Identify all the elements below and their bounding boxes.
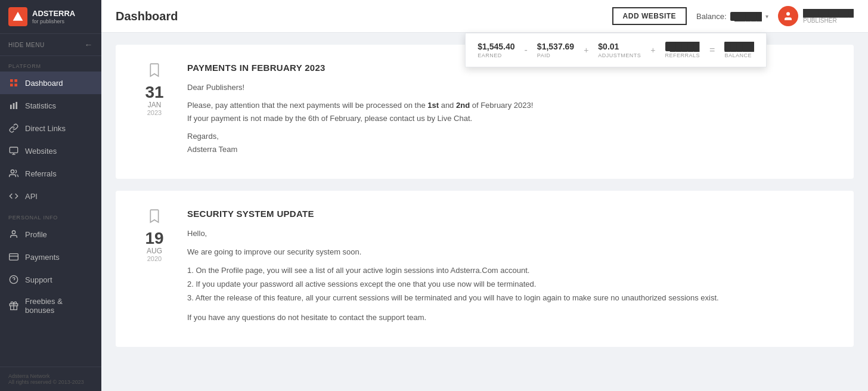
- sidebar-item-referrals-label: Referrals: [25, 169, 57, 178]
- users-icon: [8, 168, 19, 179]
- bal-sep-1: -: [525, 45, 528, 55]
- news-year-1: 2023: [147, 109, 162, 116]
- add-website-button[interactable]: ADD WEBSITE: [612, 7, 687, 25]
- news-body-1: PAYMENTS IN FEBRUARY 2023 Dear Publisher…: [187, 63, 830, 161]
- svg-point-11: [11, 170, 14, 173]
- user-icon: [8, 229, 19, 240]
- svg-rect-8: [10, 147, 17, 153]
- user-role: PUBLISHER: [803, 17, 854, 24]
- sidebar-item-freebies[interactable]: Freebies & bonuses: [0, 291, 101, 321]
- news-title-2: SECURITY SYSTEM UPDATE: [187, 209, 830, 219]
- sidebar-item-direct-links-label: Direct Links: [25, 124, 66, 133]
- balance-caret-icon: ▾: [765, 13, 768, 20]
- bal-balance-label: BALANCE: [724, 52, 752, 58]
- news-month-2: AUG: [147, 247, 162, 255]
- help-circle-icon: [8, 274, 19, 285]
- sidebar-item-api-label: API: [25, 192, 38, 201]
- sidebar-item-dashboard[interactable]: Dashboard: [0, 72, 101, 94]
- sidebar-item-statistics-label: Statistics: [25, 101, 56, 110]
- balance-section[interactable]: Balance: $█████ ▾: [696, 12, 768, 21]
- news-list-item-2-2: 2. If you update your password all activ…: [187, 277, 830, 291]
- svg-rect-13: [10, 254, 18, 260]
- sidebar-footer: Adsterra Network All rights reserved © 2…: [0, 367, 101, 391]
- svg-point-12: [12, 231, 15, 234]
- sidebar-item-api[interactable]: API: [0, 185, 101, 207]
- bal-plus-2: +: [650, 45, 655, 55]
- sidebar-item-websites-label: Websites: [25, 147, 57, 156]
- news-p-1-1: Please, pay attention that the next paym…: [187, 99, 830, 125]
- sidebar-item-support[interactable]: Support: [0, 268, 101, 291]
- user-name: ██████████: [803, 9, 854, 17]
- bookmark-icon-1: [148, 63, 160, 80]
- sidebar-item-freebies-label: Freebies & bonuses: [25, 297, 93, 315]
- bal-adj-label: ADJUSTMENTS: [598, 52, 641, 58]
- sidebar-item-profile[interactable]: Profile: [0, 223, 101, 246]
- header-right: ADD WEBSITE Balance: $█████ ▾ $1,545.40 …: [612, 6, 854, 26]
- news-p-1-0: Dear Publishers!: [187, 81, 830, 94]
- logo-title: ADSTERRA: [32, 9, 75, 18]
- news-card-2: 19 AUG 2020 SECURITY SYSTEM UPDATE Hello…: [116, 191, 854, 346]
- news-day-2: 19: [145, 230, 163, 247]
- news-list-item-2-3: 3. After the release of this feature, al…: [187, 291, 830, 305]
- bal-balance: █████ BALANCE: [724, 42, 754, 58]
- link-icon: [8, 123, 19, 134]
- bal-ref-label: REFERRALS: [665, 52, 700, 58]
- sidebar-item-payments[interactable]: Payments: [0, 246, 101, 268]
- hide-menu[interactable]: HIDE MENU ←: [0, 34, 101, 56]
- main-area: Dashboard ADD WEBSITE Balance: $█████ ▾ …: [101, 0, 868, 391]
- svg-rect-2: [14, 79, 17, 82]
- avatar: [778, 6, 798, 26]
- bal-paid-value: $1,537.69: [537, 42, 574, 51]
- bal-adjustments: $0.01 ADJUSTMENTS: [598, 42, 641, 58]
- content-area: 31 JAN 2023 PAYMENTS IN FEBRUARY 2023 De…: [101, 33, 868, 391]
- news-list-2: 1. On the Profile page, you will see a l…: [187, 263, 830, 305]
- news-date-1: 31 JAN 2023: [140, 63, 169, 161]
- news-body-2: SECURITY SYSTEM UPDATE Hello, We are goi…: [187, 209, 830, 328]
- footer-network: Adsterra Network: [8, 373, 93, 379]
- logo-sub: for publishers: [32, 18, 75, 24]
- svg-rect-7: [16, 102, 17, 109]
- logo: ADSTERRA for publishers: [0, 0, 101, 34]
- sidebar-item-referrals[interactable]: Referrals: [0, 162, 101, 185]
- sidebar: ADSTERRA for publishers HIDE MENU ← PLAT…: [0, 0, 101, 391]
- hide-menu-arrow-icon: ←: [85, 40, 94, 49]
- footer-copy: All rights reserved © 2013-2023: [8, 379, 93, 385]
- sidebar-item-profile-label: Profile: [25, 230, 47, 239]
- sidebar-item-statistics[interactable]: Statistics: [0, 94, 101, 117]
- news-p-2-0: Hello,: [187, 227, 830, 240]
- bar-chart-icon: [8, 100, 19, 111]
- news-p-2-1: We are going to improve our security sys…: [187, 246, 830, 259]
- sidebar-item-dashboard-label: Dashboard: [25, 79, 63, 88]
- news-month-1: JAN: [148, 101, 162, 109]
- gift-icon: [8, 300, 19, 311]
- svg-rect-6: [13, 103, 15, 109]
- logo-icon: [8, 7, 27, 26]
- svg-marker-0: [13, 12, 23, 21]
- section-platform-label: PLATFORM: [0, 56, 101, 72]
- bal-earned: $1,545.40 EARNED: [478, 42, 514, 58]
- balance-amount: $█████: [730, 12, 762, 21]
- svg-point-19: [786, 12, 790, 15]
- bal-plus-1: +: [584, 45, 588, 55]
- header: Dashboard ADD WEBSITE Balance: $█████ ▾ …: [101, 0, 868, 33]
- section-personal-label: PERSONAL INFO: [0, 207, 101, 223]
- bal-balance-value: █████: [724, 42, 754, 51]
- bal-referrals: +█████ REFERRALS: [665, 42, 700, 58]
- news-p-1-2: Regards,Adsterra Team: [187, 130, 830, 156]
- grid-icon: [8, 77, 19, 88]
- bal-adj-value: $0.01: [598, 42, 619, 51]
- sidebar-item-websites[interactable]: Websites: [0, 139, 101, 162]
- balance-label: Balance:: [696, 12, 727, 21]
- credit-card-icon: [8, 252, 19, 262]
- user-section[interactable]: ██████████ PUBLISHER: [778, 6, 854, 26]
- sidebar-item-support-label: Support: [25, 275, 52, 284]
- bal-earned-label: EARNED: [478, 52, 502, 58]
- svg-rect-5: [10, 105, 12, 109]
- monitor-icon: [8, 145, 19, 156]
- bal-ref-value: +█████: [665, 42, 700, 51]
- news-year-2: 2020: [147, 255, 162, 262]
- sidebar-item-direct-links[interactable]: Direct Links: [0, 117, 101, 139]
- sidebar-item-payments-label: Payments: [25, 253, 60, 262]
- svg-rect-3: [10, 83, 13, 86]
- bal-paid-label: PAID: [537, 52, 550, 58]
